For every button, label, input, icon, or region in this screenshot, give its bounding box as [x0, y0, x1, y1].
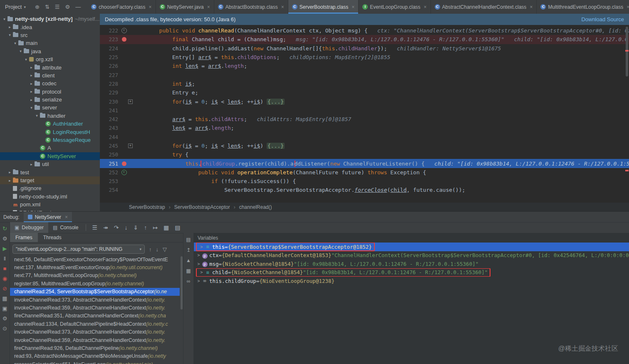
tree-item[interactable]: CMessageReque [0, 136, 100, 144]
chevron-down-icon[interactable]: ▾ [7, 33, 12, 37]
editor-tab[interactable]: IEventLoopGroup.class× [359, 0, 431, 14]
tree-item[interactable]: ▸serialize [0, 96, 100, 104]
view-options-icon[interactable]: ▦ [163, 224, 169, 231]
breadcrumb-item[interactable]: channelRead() [239, 204, 272, 210]
editor-tab[interactable]: CServerBootstrap.class× [288, 0, 359, 14]
step-out-icon[interactable]: ↑ [144, 224, 147, 231]
chevron-right-icon[interactable]: ▸ [29, 162, 34, 166]
tree-item[interactable]: ▾netty-study [xzll-netty]~/myself... [0, 15, 100, 23]
download-source-link[interactable]: Download Source [581, 16, 624, 22]
editor-tab[interactable]: CchooserFactory.class× [87, 0, 156, 14]
scrollbar-thumb[interactable] [626, 27, 628, 77]
tree-item[interactable]: ▸attribute [0, 63, 100, 71]
tree-item[interactable]: ▾handler [0, 112, 100, 120]
chevron-right-icon[interactable]: ▸ [7, 178, 12, 183]
breadcrumb-item[interactable]: ServerBootstrapAcceptor [174, 204, 230, 210]
tree-item[interactable]: CAuthHandler [0, 120, 100, 128]
layout-menu-icon[interactable]: ☰ [92, 224, 97, 231]
stack-frame-row[interactable]: invokeChannelRead:359, AbstractChannelHa… [10, 336, 180, 344]
tab-frames[interactable]: Frames [10, 233, 38, 242]
stack-frame-row[interactable]: channelRead:254, ServerBootstrap$ServerB… [10, 288, 180, 296]
pin-icon[interactable]: ⊙ [2, 325, 7, 332]
tree-item[interactable]: ▾org.xzll [0, 55, 100, 63]
frame-down-icon[interactable]: ↓ [156, 246, 159, 253]
stack-frame-row[interactable]: next:56, DefaultEventExecutorChooserFact… [10, 255, 180, 263]
step-over-icon[interactable]: ↷ [114, 224, 119, 231]
fold-marker-icon[interactable]: + [128, 99, 133, 104]
chevron-right-icon[interactable]: > [199, 245, 204, 249]
scrollbar-thumb[interactable] [181, 256, 183, 310]
restore-layout-icon[interactable]: ▦ [2, 295, 7, 302]
editor-tab[interactable]: CAbstractBootstrap.class× [214, 0, 288, 14]
tree-item[interactable]: .gitignore [0, 184, 100, 192]
chevron-down-icon[interactable]: ▾ [29, 106, 34, 110]
code-editor[interactable]: 222↑public void channelRead(ChannelHandl… [100, 25, 629, 203]
chevron-down-icon[interactable]: ▾ [12, 41, 18, 45]
tree-item[interactable]: netty-code-study.iml [0, 193, 100, 201]
tree-item[interactable]: ▸protocol [0, 88, 100, 96]
expand-collapse-icon[interactable]: ⇅ [45, 4, 50, 10]
chevron-right-icon[interactable]: ▸ [29, 73, 34, 77]
chevron-right-icon[interactable]: ▸ [7, 25, 12, 29]
debug-session-tab[interactable]: NettyServer × [24, 212, 72, 222]
stack-frame-row[interactable]: fireChannelRead:351, AbstractChannelHand… [10, 312, 180, 320]
close-icon[interactable]: × [65, 214, 68, 220]
frames-scrollbar[interactable] [180, 255, 183, 364]
tree-item[interactable]: ▾src [0, 31, 100, 39]
tab-threads[interactable]: Threads [38, 233, 67, 242]
tree-item[interactable]: ▸target [0, 176, 100, 184]
stack-frame-row[interactable]: invokeChannelRead:359, AbstractChannelHa… [10, 304, 180, 312]
chevron-right-icon[interactable]: > [196, 262, 201, 266]
override-marker-icon[interactable]: ↑ [121, 170, 127, 175]
stack-frame-row[interactable]: read:93, AbstractNioMessageChannel$NioMe… [10, 352, 180, 360]
thread-selector[interactable]: "nioEventLoopGroup-2...roup "main": RUNN… [12, 245, 145, 254]
filter-frames-icon[interactable]: ▽ [163, 246, 167, 253]
tree-item[interactable]: CNettyServer [0, 152, 100, 160]
view-breakpoints-icon[interactable]: ◉ [2, 275, 7, 282]
variable-row[interactable]: >≡child = {NioSocketChannel@1854} "[id: … [194, 268, 629, 277]
tree-item[interactable]: README.md [0, 208, 100, 211]
tab-close-icon[interactable]: × [149, 4, 152, 10]
tab-debugger[interactable]: ▣Debugger [10, 222, 48, 233]
tree-item[interactable]: ▸util [0, 160, 100, 168]
fold-marker-icon[interactable]: + [128, 144, 133, 148]
tree-item[interactable]: ▸.idea [0, 23, 100, 31]
stack-frame-row[interactable]: invokeChannelRead:373, AbstractChannelHa… [10, 296, 180, 304]
chevron-right-icon[interactable]: ▸ [29, 98, 34, 102]
tree-item[interactable]: ▸client [0, 72, 100, 79]
stack-frame-row[interactable]: fireChannelRead:926, DefaultChannelPipel… [10, 344, 180, 352]
copy-value-icon[interactable]: ▦ [186, 268, 191, 274]
step-into-icon[interactable]: ↓ [124, 224, 127, 231]
watches-icon[interactable]: ∞ [187, 278, 191, 284]
tree-item[interactable]: mpom.xml [0, 201, 100, 208]
force-step-into-icon[interactable]: ⇓ [133, 224, 138, 231]
project-dropdown[interactable]: Project ▾ [0, 0, 31, 14]
evaluate-expression-icon[interactable]: ▤ [175, 224, 180, 231]
chevron-right-icon[interactable]: > [196, 253, 201, 258]
settings-icon[interactable]: ⚙ [2, 315, 7, 322]
variable-row[interactable]: >∞this.childGroup = {NioEventLoopGroup@1… [194, 277, 629, 285]
settings-gear-icon[interactable]: ⚙ [65, 4, 70, 10]
tree-item[interactable]: ▸test [0, 168, 100, 176]
chevron-down-icon[interactable]: ▾ [34, 114, 40, 118]
chevron-right-icon[interactable]: ▸ [29, 82, 34, 86]
stack-frame-row[interactable]: processSelectedKey:651, NioEventLoop (io… [10, 360, 180, 364]
variable-row[interactable]: >pctx = {DefaultChannelHandlerContext@18… [194, 251, 629, 260]
variable-row[interactable]: >≡this = {ServerBootstrap$ServerBootstra… [194, 243, 629, 251]
screenshot-icon[interactable]: ▣ [2, 305, 7, 312]
stop-icon[interactable]: ■ [3, 265, 7, 272]
chevron-right-icon[interactable]: > [199, 270, 204, 275]
tree-item[interactable]: ▾java [0, 47, 100, 55]
tab-close-icon[interactable]: × [281, 4, 284, 10]
show-variables-icon[interactable]: ▤ [186, 237, 191, 243]
previous-frame-icon[interactable]: ↥ [186, 247, 191, 253]
stack-frame-row[interactable]: next:77, MultithreadEventLoopGroup (io.n… [10, 272, 180, 280]
resume-icon[interactable]: ▶ [3, 245, 7, 252]
stack-frame-row[interactable]: invokeChannelRead:373, AbstractChannelHa… [10, 328, 180, 336]
breadcrumb-item[interactable]: ServerBootstrap [129, 204, 165, 210]
stack-frame-row[interactable]: register:85, MultithreadEventLoopGroup (… [10, 280, 180, 287]
tab-close-icon[interactable]: × [530, 4, 532, 10]
tab-close-icon[interactable]: × [627, 4, 629, 10]
hide-panel-icon[interactable]: — [75, 4, 81, 10]
breakpoint-icon[interactable] [122, 161, 126, 166]
